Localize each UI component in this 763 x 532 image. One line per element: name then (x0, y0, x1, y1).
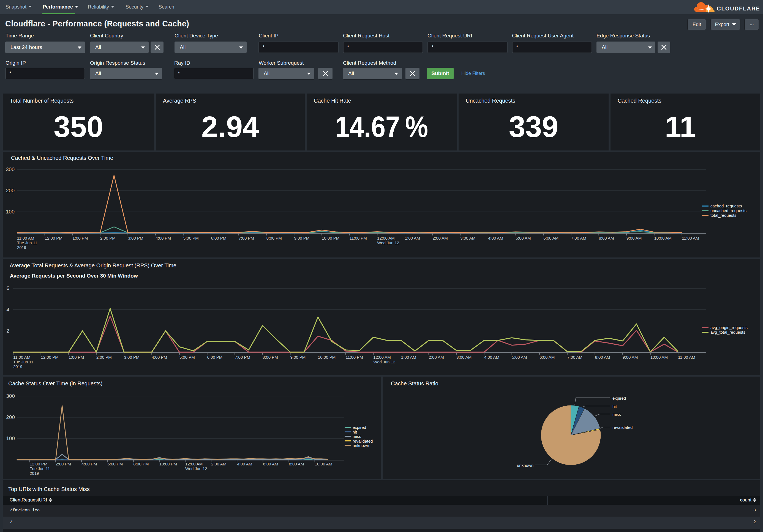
svg-text:6:00 PM: 6:00 PM (108, 462, 123, 466)
svg-text:2:00 AM: 2:00 AM (433, 236, 448, 240)
svg-text:8:00 AM: 8:00 AM (599, 236, 614, 240)
svg-text:unknown: unknown (517, 463, 533, 468)
svg-text:Wed Jun 12: Wed Jun 12 (185, 466, 207, 471)
svg-text:300: 300 (6, 166, 15, 172)
svg-text:11:00 AM: 11:00 AM (17, 236, 34, 240)
svg-text:1:00 AM: 1:00 AM (405, 236, 420, 240)
svg-text:11:00 AM: 11:00 AM (682, 236, 699, 240)
svg-text:2019: 2019 (30, 471, 39, 476)
svg-text:miss: miss (612, 412, 621, 417)
svg-text:Tue Jun 11: Tue Jun 11 (13, 360, 33, 364)
svg-text:10:00 PM: 10:00 PM (160, 462, 177, 466)
svg-text:6:00 PM: 6:00 PM (207, 355, 223, 360)
svg-text:12:00 AM: 12:00 AM (373, 355, 390, 360)
svg-text:5:00 PM: 5:00 PM (183, 236, 199, 240)
svg-text:200: 200 (6, 414, 15, 420)
svg-text:10:00 PM: 10:00 PM (318, 355, 336, 360)
svg-text:8:00 AM: 8:00 AM (289, 462, 304, 466)
svg-text:CLOUDFLARE: CLOUDFLARE (717, 6, 759, 12)
svg-text:10:00 AM: 10:00 AM (654, 236, 672, 240)
svg-text:12:00 PM: 12:00 PM (45, 236, 62, 240)
svg-text:6:00 PM: 6:00 PM (211, 236, 227, 240)
svg-text:1:00 PM: 1:00 PM (68, 355, 84, 360)
svg-text:11:00 AM: 11:00 AM (678, 355, 695, 360)
svg-text:avg_origin_requests: avg_origin_requests (710, 325, 748, 330)
svg-text:100: 100 (6, 209, 15, 215)
svg-text:7:00 AM: 7:00 AM (567, 355, 583, 360)
svg-text:miss: miss (353, 434, 361, 439)
svg-text:2019: 2019 (17, 245, 26, 250)
svg-text:total_requests: total_requests (710, 213, 736, 218)
svg-text:6:00 AM: 6:00 AM (543, 236, 559, 240)
svg-text:11:00 AM: 11:00 AM (13, 355, 30, 360)
svg-text:100: 100 (6, 435, 15, 441)
svg-text:2:00 PM: 2:00 PM (55, 462, 71, 466)
svg-text:6:00 AM: 6:00 AM (263, 462, 278, 466)
svg-text:7:00 PM: 7:00 PM (235, 355, 250, 360)
svg-text:3:00 PM: 3:00 PM (124, 355, 140, 360)
svg-text:200: 200 (6, 188, 15, 193)
svg-text:Tue Jun 11: Tue Jun 11 (30, 466, 50, 471)
svg-text:revalidated: revalidated (612, 425, 632, 430)
svg-text:6: 6 (6, 285, 9, 291)
svg-text:4:00 AM: 4:00 AM (484, 355, 499, 360)
svg-text:4:00 PM: 4:00 PM (152, 355, 167, 360)
svg-text:6:00 AM: 6:00 AM (539, 355, 555, 360)
svg-text:revalidated: revalidated (353, 439, 373, 443)
svg-text:avg_total_requests: avg_total_requests (710, 330, 745, 334)
svg-text:9:00 PM: 9:00 PM (290, 355, 305, 360)
svg-text:10:00 AM: 10:00 AM (315, 462, 332, 466)
svg-text:2: 2 (6, 328, 9, 334)
svg-text:9:00 AM: 9:00 AM (623, 355, 638, 360)
svg-text:expired: expired (612, 396, 626, 400)
svg-text:12:00 AM: 12:00 AM (185, 462, 203, 466)
svg-text:4:00 PM: 4:00 PM (81, 462, 97, 466)
svg-text:2:00 PM: 2:00 PM (96, 355, 112, 360)
svg-text:11:00 PM: 11:00 PM (350, 236, 367, 240)
svg-text:1:00 PM: 1:00 PM (72, 236, 88, 240)
svg-text:4:00 AM: 4:00 AM (488, 236, 503, 240)
svg-text:Wed Jun 12: Wed Jun 12 (373, 360, 395, 364)
svg-text:2:00 AM: 2:00 AM (429, 355, 444, 360)
svg-text:expired: expired (353, 425, 366, 430)
svg-text:9:00 PM: 9:00 PM (294, 236, 309, 240)
svg-text:Wed Jun 12: Wed Jun 12 (377, 240, 399, 245)
svg-text:4:00 AM: 4:00 AM (237, 462, 252, 466)
svg-text:3:00 AM: 3:00 AM (460, 236, 475, 240)
svg-text:hit: hit (353, 430, 357, 434)
svg-text:8:00 AM: 8:00 AM (595, 355, 610, 360)
svg-text:10:00 AM: 10:00 AM (650, 355, 668, 360)
svg-text:2:00 AM: 2:00 AM (211, 462, 226, 466)
svg-text:cached_requests: cached_requests (710, 204, 742, 208)
svg-text:9:00 AM: 9:00 AM (626, 236, 642, 240)
svg-text:300: 300 (6, 393, 15, 399)
svg-text:12:00 PM: 12:00 PM (41, 355, 58, 360)
svg-text:7:00 AM: 7:00 AM (571, 236, 586, 240)
svg-text:uncached_requests: uncached_requests (710, 208, 746, 213)
svg-text:3:00 PM: 3:00 PM (128, 236, 144, 240)
svg-text:2019: 2019 (13, 364, 22, 369)
svg-text:1:00 AM: 1:00 AM (401, 355, 416, 360)
svg-text:5:00 PM: 5:00 PM (179, 355, 195, 360)
svg-text:7:00 PM: 7:00 PM (239, 236, 254, 240)
svg-text:8:00 PM: 8:00 PM (267, 236, 282, 240)
svg-text:8:00 PM: 8:00 PM (263, 355, 278, 360)
svg-text:12:00 PM: 12:00 PM (30, 462, 47, 466)
svg-text:10:00 PM: 10:00 PM (322, 236, 339, 240)
svg-text:2:00 PM: 2:00 PM (100, 236, 116, 240)
svg-text:hit: hit (612, 404, 617, 409)
svg-text:unknown: unknown (353, 443, 369, 448)
svg-text:5:00 AM: 5:00 AM (516, 236, 531, 240)
svg-text:12:00 AM: 12:00 AM (377, 236, 394, 240)
svg-text:11:00 PM: 11:00 PM (346, 355, 363, 360)
svg-text:4: 4 (6, 307, 9, 312)
svg-text:3:00 AM: 3:00 AM (456, 355, 472, 360)
svg-text:Tue Jun 11: Tue Jun 11 (17, 240, 37, 245)
svg-text:4:00 PM: 4:00 PM (156, 236, 171, 240)
svg-text:5:00 AM: 5:00 AM (512, 355, 527, 360)
svg-text:8:00 PM: 8:00 PM (134, 462, 149, 466)
